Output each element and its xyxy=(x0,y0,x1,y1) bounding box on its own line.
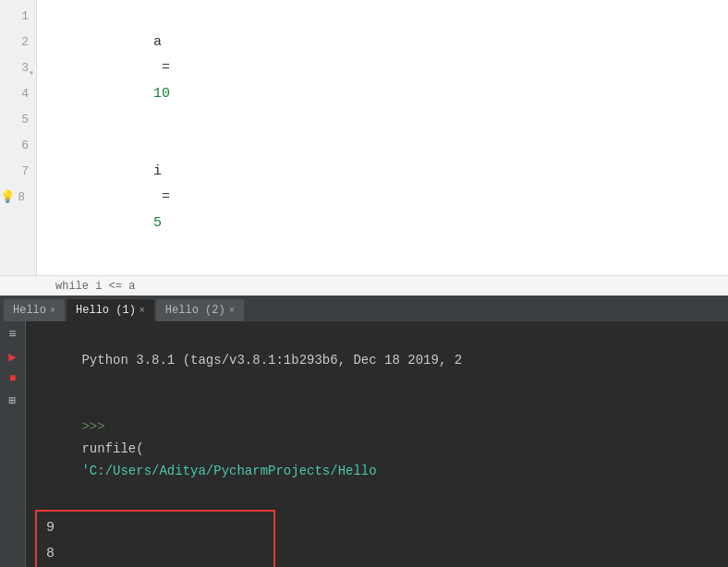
warning-icon: 💡 xyxy=(0,185,15,211)
var-i: i xyxy=(153,163,162,179)
line-num-8-text: 8 xyxy=(18,185,25,211)
line-num-4: 4 xyxy=(21,81,29,107)
sidebar-btn-menu[interactable]: ≡ xyxy=(4,325,22,344)
sidebar-btn-list[interactable]: ⊞ xyxy=(4,392,22,410)
runfile-prompt: >>> xyxy=(81,419,113,434)
fold-arrow-icon[interactable]: ▾ xyxy=(29,61,34,87)
code-container: 1 2 3 ▾ 4 5 6 7 💡 8 xyxy=(0,0,728,275)
console-content: Python 3.8.1 (tags/v3.8.1:1b293b6, Dec 1… xyxy=(26,321,728,567)
tab-hello-2-label: Hello (2) xyxy=(165,304,225,317)
line-num-1: 1 xyxy=(21,4,29,30)
runfile-text: runfile( xyxy=(81,441,143,456)
code-line-3: while i <= a: xyxy=(52,262,728,275)
runfile-path: 'C:/Users/Aditya/PycharmProjects/Hello xyxy=(81,464,376,478)
tab-hello[interactable]: Hello × xyxy=(4,299,65,321)
output-line-8: 8 xyxy=(46,541,264,567)
tab-hello-label: Hello xyxy=(13,304,46,317)
output-box: 9 8 a was equal to 7 once xyxy=(35,510,275,567)
console-python-version: Python 3.8.1 (tags/v3.8.1:1b293b6, Dec 1… xyxy=(35,327,719,393)
tab-hello-1-label: Hello (1) xyxy=(76,304,136,317)
code-line-1: a = 10 xyxy=(52,4,728,133)
tab-hello-1-close[interactable]: × xyxy=(140,306,145,316)
output-9-text: 9 xyxy=(46,520,55,536)
num-10: 10 xyxy=(153,86,170,102)
tab-hello-close[interactable]: × xyxy=(50,306,55,316)
line-num-2: 2 xyxy=(21,30,29,55)
tab-hello-2-close[interactable]: × xyxy=(229,306,235,316)
tab-hello-1[interactable]: Hello (1) × xyxy=(67,299,154,321)
code-line-2: i = 5 xyxy=(52,133,728,262)
line-num-3: 3 ▾ xyxy=(21,55,29,81)
sidebar-btn-stop[interactable]: ■ xyxy=(4,369,22,388)
num-5: 5 xyxy=(153,215,162,231)
line-num-8: 💡 8 xyxy=(0,185,29,211)
tabs-bar: Hello × Hello (1) × Hello (2) × xyxy=(0,296,728,321)
output-line-9: 9 xyxy=(46,515,264,541)
console-runfile: >>> runfile( 'C:/Users/Aditya/PycharmPro… xyxy=(35,393,719,504)
editor-area: 1 2 3 ▾ 4 5 6 7 💡 8 xyxy=(0,0,728,296)
line-num-6: 6 xyxy=(21,133,29,159)
sidebar-btn-settings[interactable]: ⚙ xyxy=(4,561,22,567)
line-num-7: 7 xyxy=(21,159,29,185)
code-lines: a = 10 i = 5 while i <= a: xyxy=(37,0,728,275)
var-a: a xyxy=(153,34,162,50)
console-sidebar: ≡ ▶ ■ ⊞ ⚙ + xyxy=(0,321,26,567)
line-numbers: 1 2 3 ▾ 4 5 6 7 💡 8 xyxy=(0,0,37,275)
tab-hello-2[interactable]: Hello (2) × xyxy=(156,299,244,321)
console-area: ≡ ▶ ■ ⊞ ⚙ + Python 3.8.1 (tags/v3.8.1:1b… xyxy=(0,321,728,567)
tooltip-bar: while i <= a xyxy=(0,275,728,296)
output-8-text: 8 xyxy=(46,546,55,561)
python-version-text: Python 3.8.1 (tags/v3.8.1:1b293b6, Dec 1… xyxy=(81,353,462,368)
sidebar-btn-run[interactable]: ▶ xyxy=(4,347,22,366)
line-num-5: 5 xyxy=(21,107,29,133)
tooltip-text: while i <= a xyxy=(55,280,135,293)
